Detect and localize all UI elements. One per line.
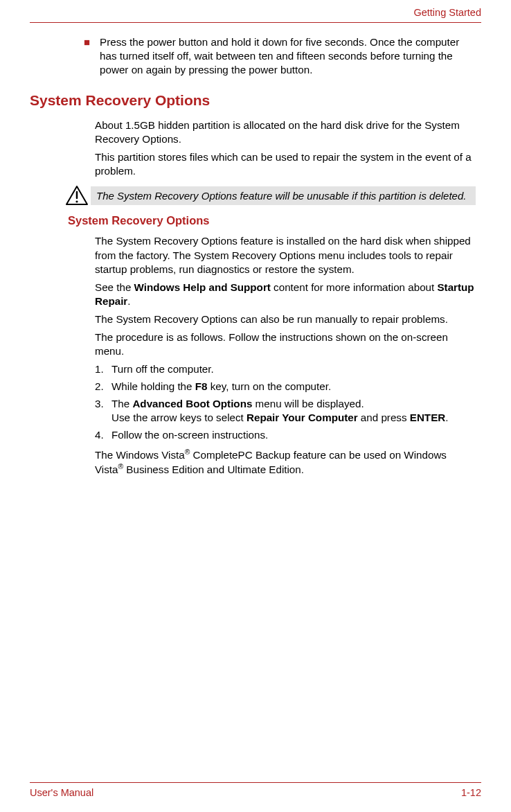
list-item: 1. Turn off the computer. (95, 362, 474, 376)
paragraph: The System Recovery Options feature is i… (95, 234, 474, 276)
footer-page-number: 1-12 (461, 787, 481, 798)
text-bold: F8 (195, 380, 208, 392)
paragraph: The Windows Vista® CompletePC Backup fea… (95, 448, 474, 477)
bullet-text: Press the power button and hold it down … (100, 35, 474, 77)
text: key, turn on the computer. (207, 380, 331, 392)
list-text: Turn off the computer. (111, 362, 474, 376)
text-bold: ENTER (410, 412, 445, 423)
subheading-system-recovery-options: System Recovery Options (68, 214, 481, 227)
list-item: 3. The Advanced Boot Options menu will b… (95, 397, 474, 425)
text: . (445, 412, 448, 423)
text-bold: Windows Help and Support (134, 281, 271, 293)
paragraph: See the Windows Help and Support content… (95, 281, 474, 308)
text: content for more information about (271, 281, 438, 293)
text: menu will be displayed. (252, 398, 364, 409)
list-number: 4. (95, 428, 111, 442)
text: The Windows Vista (95, 449, 185, 461)
caution-callout: The System Recovery Options feature will… (63, 185, 476, 206)
paragraph: This partition stores files which can be… (95, 150, 474, 178)
paragraph: The procedure is as follows. Follow the … (95, 330, 474, 358)
text: . (127, 295, 130, 307)
text: See the (95, 281, 134, 293)
list-item: 4. Follow the on-screen instructions. (95, 428, 474, 442)
list-item: 2. While holding the F8 key, turn on the… (95, 380, 474, 394)
page: Getting Started ■ Press the power button… (0, 0, 511, 812)
text: While holding the (111, 380, 195, 392)
text-bold: Advanced Boot Options (132, 398, 252, 409)
text: Use the arrow keys to select (111, 412, 246, 423)
text-bold: Repair Your Computer (246, 412, 358, 423)
ordered-list: 1. Turn off the computer. 2. While holdi… (95, 362, 474, 442)
svg-point-2 (75, 201, 78, 203)
list-text: Follow the on-screen instructions. (111, 428, 474, 442)
text: and press (358, 412, 410, 423)
caution-text: The System Recovery Options feature will… (91, 186, 476, 206)
registered-mark: ® (118, 463, 124, 470)
list-number: 3. (95, 397, 111, 425)
header-section: Getting Started (30, 7, 481, 23)
list-number: 1. (95, 362, 111, 376)
list-text: While holding the F8 key, turn on the co… (111, 380, 474, 394)
list-number: 2. (95, 380, 111, 394)
footer: User's Manual 1-12 (30, 782, 481, 812)
footer-title: User's Manual (30, 787, 93, 798)
bullet-marker: ■ (84, 35, 90, 77)
heading-system-recovery-options: System Recovery Options (30, 92, 481, 109)
bullet-item: ■ Press the power button and hold it dow… (84, 35, 474, 77)
text: Business Edition and Ultimate Edition. (123, 464, 304, 475)
text: The (111, 398, 132, 409)
caution-icon (63, 185, 91, 206)
paragraph: About 1.5GB hidden partition is allocate… (95, 118, 474, 146)
list-text: The Advanced Boot Options menu will be d… (111, 397, 474, 425)
content: ■ Press the power button and hold it dow… (30, 35, 481, 782)
paragraph: The System Recovery Options can also be … (95, 312, 474, 326)
